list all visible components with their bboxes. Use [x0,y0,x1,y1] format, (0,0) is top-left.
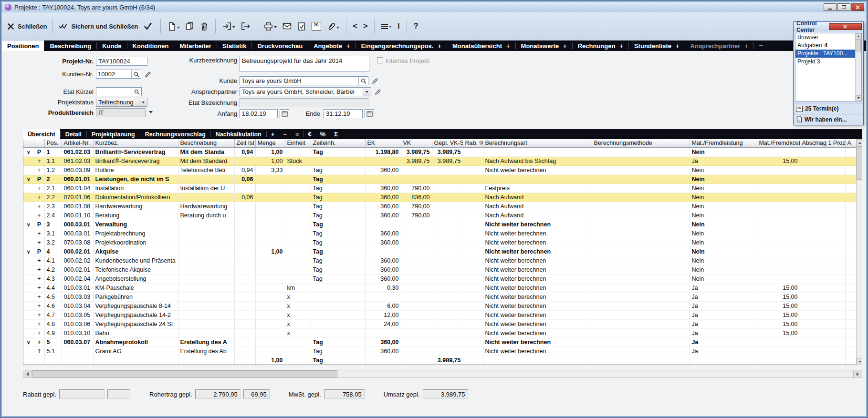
table-row[interactable]: +4.4010.03.01KM-Pauschalekm0,30Nicht wei… [23,283,860,292]
expand-icon[interactable]: ∨ [27,222,31,227]
tab-plus-icon[interactable]: + [346,42,350,50]
subtab-projektplanung[interactable]: Projektplanung [87,129,140,139]
column-header-kurzbez[interactable]: Kurzbez. [93,139,178,147]
column-header-menge[interactable]: Menge [255,139,285,147]
table-row[interactable]: +1.2060.03.09HotlineTelefonische Betr0,9… [23,165,860,174]
percent-button[interactable]: % [316,129,330,139]
kunde-input[interactable] [240,77,358,85]
scroll-down-button[interactable] [856,95,861,101]
kunden-nr-edit-button[interactable] [144,70,152,79]
tab-statistik[interactable]: Statistik [217,41,252,51]
scroll-up-button[interactable] [857,139,862,146]
new-document-button[interactable] [167,21,181,32]
table-row[interactable]: +4.3000.02.04AngebotserstellungTag360,00… [23,274,860,283]
tab-monatswerte[interactable]: Monatswerte+ [516,41,572,51]
info-button[interactable]: i [397,21,400,31]
subtab-detail[interactable]: Detail [61,129,86,139]
copy-button[interactable] [185,21,195,32]
kunden-nr-input[interactable] [96,70,131,78]
tab-plus-icon[interactable]: + [744,42,748,50]
tab-ansprechpartner[interactable]: Ansprechpartner+ [685,41,753,51]
table-row[interactable]: +3.1000.03.01ProjektabrechnungTag360,00N… [23,229,860,238]
projekt-nr-input[interactable] [96,57,147,66]
table-row[interactable]: +1.1061.02.03Brilliant®-ServicevertragMi… [23,156,860,165]
expand-icon[interactable]: ∨ [27,149,31,155]
maximize-button[interactable] [837,3,850,11]
tab-angebote[interactable]: Angebote+ [308,41,356,51]
tab-druckvorschau[interactable]: Druckvorschau [252,41,308,51]
table-row[interactable]: +2.3060.01.08HardwarewartungHardwarewart… [23,202,860,211]
export-button[interactable] [240,21,251,31]
produktbereich-chevron-icon[interactable] [149,111,153,115]
ende-calendar-button[interactable] [365,109,374,118]
table-row[interactable]: ∨P2060.01.01Leistungen, die nicht im S0,… [23,174,860,184]
column-header-artikel-nr[interactable]: Artikel-Nr. [62,139,93,147]
kunde-edit-button[interactable] [371,77,379,85]
delete-button[interactable] [199,21,209,32]
control-center-titlebar[interactable]: Control Center [794,22,863,31]
column-header-einheit[interactable]: Einheit [285,139,311,147]
tab-eingangsrechnungspos[interactable]: Eingangsrechnungspos.+ [356,41,447,51]
table-row[interactable]: T5.1Grami AGErstellung des AbTag360,00Ni… [23,347,860,356]
tab-plus-icon[interactable]: + [438,42,441,50]
column-header-rab[interactable]: Rab. % [463,139,483,147]
control-center-item-browser[interactable]: Browser [795,33,861,41]
vertical-scroll-thumb[interactable] [856,39,861,51]
projektstatus-select[interactable]: Teilrechnung [96,98,147,107]
subtab-übersicht[interactable]: Übersicht [23,129,60,139]
tab-overflow-minus[interactable]: − [754,41,768,51]
remove-position-button[interactable]: − [279,129,291,139]
tab-plus-icon[interactable]: + [563,42,567,50]
tab-konditionen[interactable]: Konditionen [127,41,174,51]
apply-check-button[interactable] [142,21,155,31]
column-header-berechnungsart[interactable]: Berechnungsart [483,139,592,147]
kurzbezeichnung-input[interactable]: Betreuungsprojekt für das Jahr 2014 [240,56,369,72]
column-header-1[interactable] [34,139,44,147]
attachment-button[interactable] [326,21,340,32]
table-row[interactable]: +4.7010.03.05Verpflegungspauschale 14-2x… [23,310,860,319]
task-list-button[interactable] [296,21,307,32]
table-row[interactable]: ∨P1061.02.03Brilliant®-ServicevertragMit… [23,147,860,156]
table-row[interactable]: +2.2070.01.06Dokumentation/Protokollieru… [23,193,860,202]
kunde-search-button[interactable] [358,77,368,85]
scroll-right-button[interactable] [853,370,862,377]
control-center-termine-item[interactable]: 20 25 Termin(e) [794,103,863,114]
vertical-scroll-thumb[interactable] [857,146,862,180]
control-center-item-projekt-3[interactable]: Projekt 3 [795,58,861,66]
column-header-zeiteinh[interactable]: Zeiteinh. [311,139,365,147]
produktbereich-value[interactable]: IT [96,108,146,117]
table-row[interactable]: +4.6010.03.04Verpflegungspauschale 8-14x… [23,301,860,310]
expand-icon[interactable]: ∨ [27,339,31,345]
horizontal-scrollbar[interactable] [23,370,862,378]
close-button[interactable] [851,3,864,11]
calendar-button[interactable]: 20 [311,21,322,31]
close-window-button[interactable]: Schließen [7,22,47,31]
subtab-nachkalkulation[interactable]: Nachkalkulation [211,129,266,139]
scroll-down-button[interactable] [857,358,862,365]
anfang-calendar-button[interactable] [280,109,289,118]
anfang-input[interactable] [240,109,278,118]
tab-positionen[interactable]: Positionen [2,41,44,51]
column-header-0[interactable] [23,139,34,147]
table-row[interactable]: +2.4060.01.10BeratungBeratung durch uTag… [23,211,860,220]
column-header-pos[interactable]: Pos. [44,139,62,147]
table-row[interactable]: ∨+5060.03.07AbnahmeprotokollErstellung d… [23,337,860,347]
table-row[interactable]: +4.5010.03.03ParkgebührenxNicht weiter b… [23,292,860,301]
tab-beschreibung[interactable]: Beschreibung [44,41,96,51]
minimize-button[interactable] [824,3,837,11]
add-position-button[interactable]: + [267,129,279,139]
table-row[interactable]: +4.2000.02.01Telefonische AkquiseTag360,… [23,265,860,274]
expand-icon[interactable]: ∨ [27,249,31,255]
scroll-up-button[interactable] [856,33,861,39]
kunden-nr-search-button[interactable] [131,70,141,78]
control-center-announcement-item[interactable]: Wir haben ein... [794,114,863,125]
currency-button[interactable]: € [303,129,315,139]
column-header-beschreibung[interactable]: Beschreibung [178,139,234,147]
print-button[interactable] [263,21,278,31]
save-and-close-button[interactable]: Sichern und Schließen [59,22,138,31]
table-row[interactable]: +3.2070.03.08ProjektkoordinationTag360,0… [23,238,860,247]
expand-icon[interactable]: ∨ [27,176,31,182]
column-header-berechnungsmethode[interactable]: Berechnungsmethode [592,139,690,147]
table-row[interactable]: +4.1000.02.02Kundenbesuche und PräsentaT… [23,256,860,265]
scroll-left-button[interactable] [23,370,32,377]
